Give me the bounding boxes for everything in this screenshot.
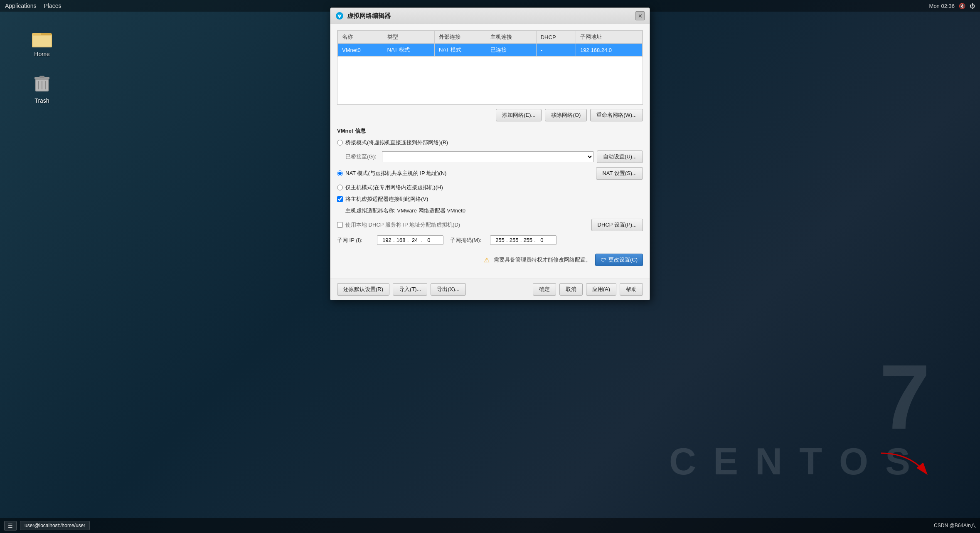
bridge-to-label: 已桥接至(G):: [345, 153, 379, 160]
table-row[interactable]: VMnet0 NAT 模式 NAT 模式 已连接 - 192.168.24.0: [338, 44, 643, 57]
col-dhcp: DHCP: [536, 31, 576, 44]
nat-mode-radio[interactable]: [337, 170, 343, 176]
dhcp-settings-button[interactable]: DHCP 设置(P)...: [591, 219, 643, 231]
bridge-mode-label: 桥接模式(将虚拟机直接连接到外部网络)(B): [345, 139, 448, 146]
connect-adapter-row: 将主机虚拟适配器连接到此网络(V): [337, 195, 643, 203]
ok-button[interactable]: 确定: [533, 283, 556, 296]
cell-name: VMnet0: [338, 44, 383, 57]
dialog-overlay: 虚拟网络编辑器 ✕ 名称 类型 外部连接 主机连接: [0, 0, 980, 533]
warning-text: 需要具备管理员特权才能修改网络配置。: [494, 256, 591, 264]
auto-bridge-button[interactable]: 自动设置(U)...: [597, 151, 643, 163]
export-button[interactable]: 导出(X)...: [431, 283, 465, 296]
mask-octet-4[interactable]: [536, 237, 548, 243]
col-type: 类型: [383, 31, 434, 44]
network-table-container: 名称 类型 外部连接 主机连接 DHCP 子网地址 VMnet0: [337, 30, 643, 105]
ip-row: 子网 IP (I): . . . 子网掩码(M): .: [337, 235, 643, 245]
red-arrow-annotation: [877, 449, 935, 484]
dialog-title-text: 虚拟网络编辑器: [347, 12, 391, 20]
bridge-to-select[interactable]: [382, 151, 593, 162]
dialog-titlebar: 虚拟网络编辑器 ✕: [330, 8, 650, 24]
vmnet-editor-dialog: 虚拟网络编辑器 ✕ 名称 类型 外部连接 主机连接: [330, 7, 650, 300]
ip-octet-1[interactable]: [381, 237, 393, 243]
ip-octet-2[interactable]: [395, 237, 407, 243]
ip-octet-4[interactable]: [423, 237, 435, 243]
connect-adapter-checkbox[interactable]: [337, 196, 343, 202]
change-settings-label: 更改设置(C): [608, 256, 638, 264]
nat-mode-row: NAT 模式(与虚拟机共享主机的 IP 地址)(N) NAT 设置(S)...: [337, 167, 643, 180]
hostonly-radio-row: 仅主机模式(在专用网络内连接虚拟机)(H): [337, 184, 643, 191]
apply-button[interactable]: 应用(A): [586, 283, 616, 296]
cell-dhcp: -: [536, 44, 576, 57]
shield-icon: 🛡: [601, 257, 606, 263]
restore-defaults-button[interactable]: 还原默认设置(R): [337, 283, 389, 296]
change-settings-button[interactable]: 🛡 更改设置(C): [595, 254, 643, 266]
col-name: 名称: [338, 31, 383, 44]
col-host-conn: 主机连接: [486, 31, 536, 44]
footer-left: 还原默认设置(R) 导入(T)... 导出(X)...: [337, 283, 466, 296]
vmware-icon: [335, 12, 344, 20]
import-button[interactable]: 导入(T)...: [393, 283, 427, 296]
subnet-ip-input[interactable]: . . .: [377, 235, 443, 245]
subnet-mask-label: 子网掩码(M):: [450, 237, 483, 244]
cancel-button[interactable]: 取消: [559, 283, 583, 296]
network-table: 名称 类型 外部连接 主机连接 DHCP 子网地址 VMnet0: [337, 30, 643, 57]
cell-subnet: 192.168.24.0: [576, 44, 643, 57]
rename-network-button[interactable]: 重命名网络(W)...: [590, 109, 643, 121]
bridge-mode-radio[interactable]: [337, 140, 343, 146]
cell-external: NAT 模式: [434, 44, 486, 57]
dialog-close-button[interactable]: ✕: [635, 11, 645, 20]
dhcp-label: 使用本地 DHCP 服务将 IP 地址分配给虚拟机(D): [345, 221, 460, 229]
add-network-button[interactable]: 添加网络(E)...: [496, 109, 542, 121]
ip-octet-3[interactable]: [409, 237, 421, 243]
dialog-body: 名称 类型 外部连接 主机连接 DHCP 子网地址 VMnet0: [330, 24, 650, 279]
cell-host-conn: 已连接: [486, 44, 536, 57]
warning-row: ⚠ 需要具备管理员特权才能修改网络配置。 🛡 更改设置(C): [337, 251, 643, 269]
dialog-title-left: 虚拟网络编辑器: [335, 12, 391, 20]
col-external: 外部连接: [434, 31, 486, 44]
subnet-ip-label: 子网 IP (I):: [337, 237, 370, 244]
connect-adapter-label: 将主机虚拟适配器连接到此网络(V): [345, 195, 428, 203]
dhcp-checkbox[interactable]: [337, 222, 343, 228]
mask-octet-2[interactable]: [508, 237, 520, 243]
subnet-mask-input[interactable]: . . .: [490, 235, 556, 245]
footer-right: 确定 取消 应用(A) 帮助: [533, 283, 643, 296]
adapter-name-value: VMware 网络适配器 VMnet0: [397, 207, 465, 214]
nat-radio-group: NAT 模式(与虚拟机共享主机的 IP 地址)(N): [337, 170, 446, 177]
table-actions: 添加网络(E)... 移除网络(O) 重命名网络(W)...: [337, 109, 643, 121]
dhcp-left: 使用本地 DHCP 服务将 IP 地址分配给虚拟机(D): [337, 221, 460, 229]
dhcp-checkbox-row: 使用本地 DHCP 服务将 IP 地址分配给虚拟机(D) DHCP 设置(P).…: [337, 219, 643, 231]
mask-octet-1[interactable]: [494, 237, 506, 243]
hostonly-label: 仅主机模式(在专用网络内连接虚拟机)(H): [345, 184, 443, 191]
dialog-footer: 还原默认设置(R) 导入(T)... 导出(X)... 确定 取消 应用(A) …: [330, 279, 650, 300]
vmnet-info-title: VMnet 信息: [337, 127, 643, 135]
adapter-info: 主机虚拟适配器名称: VMware 网络适配器 VMnet0: [345, 207, 643, 215]
bridge-mode-radio-row: 桥接模式(将虚拟机直接连接到外部网络)(B): [337, 139, 643, 146]
nat-settings-button[interactable]: NAT 设置(S)...: [596, 167, 643, 180]
remove-network-button[interactable]: 移除网络(O): [545, 109, 587, 121]
nat-mode-label: NAT 模式(与虚拟机共享主机的 IP 地址)(N): [345, 170, 446, 177]
svg-point-12: [338, 15, 341, 17]
bridge-to-row: 已桥接至(G): 自动设置(U)...: [345, 151, 643, 163]
adapter-name-label: 主机虚拟适配器名称:: [345, 207, 396, 214]
col-subnet: 子网地址: [576, 31, 643, 44]
mask-octet-3[interactable]: [522, 237, 534, 243]
help-button[interactable]: 帮助: [620, 283, 643, 296]
hostonly-radio[interactable]: [337, 185, 343, 190]
warning-icon: ⚠: [484, 256, 490, 264]
cell-type: NAT 模式: [383, 44, 434, 57]
